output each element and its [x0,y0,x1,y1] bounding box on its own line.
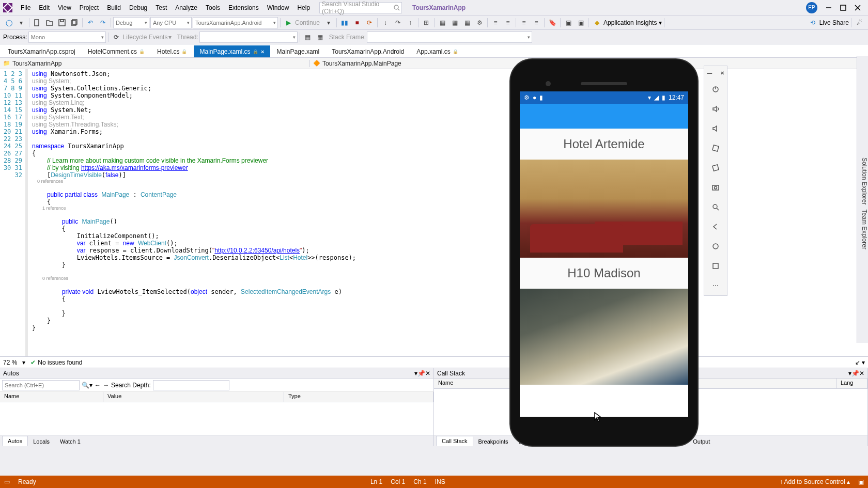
pin-icon[interactable]: 🔒 [139,49,145,54]
process-combo[interactable]: Mono [28,32,106,43]
cs-col-lang[interactable]: Lang [836,379,867,388]
config-combo[interactable]: Debug [113,17,149,28]
emu-home-icon[interactable] [709,240,722,253]
code-editor[interactable]: using Newtonsoft.Json; using System; usi… [26,69,868,356]
autos-pin-icon[interactable]: 📌 [417,370,425,377]
cs-close-icon[interactable]: ✕ [859,370,864,377]
feedback-button[interactable]: ☄ [854,17,865,28]
menu-edit[interactable]: Edit [35,2,54,13]
toolbox-button[interactable]: ⊞ [421,17,432,28]
emulator-screen[interactable]: ⚙ ● ▮ ▾ ◢ ▮ 12:47 Hotel Artemide H10 Mad… [520,91,688,417]
diag1-button[interactable]: ▦ [437,17,448,28]
project-combo[interactable]: 📁 ToursXamarinApp [0,60,310,67]
autos-col-value[interactable]: Value [103,392,284,402]
th1-button[interactable]: ▦ [302,32,314,43]
autos-close-icon[interactable]: ✕ [425,370,430,377]
volume-down-icon[interactable] [709,122,722,135]
more-icon[interactable]: ⋯ [709,279,722,292]
nav-fwd-button[interactable]: ▾ [16,17,27,28]
search-depth-input[interactable] [153,380,229,390]
hotel-image-2[interactable] [520,289,688,385]
autos-nav-fwd-icon[interactable]: → [103,382,109,389]
save-all-button[interactable] [69,17,80,28]
minimize-button[interactable] [822,2,836,14]
search-input[interactable]: Search Visual Studio (Ctrl+Q) [319,2,402,13]
lifecycle-label[interactable]: Lifecycle Events [123,34,168,41]
step-into-button[interactable]: ↓ [380,17,391,28]
tab-android[interactable]: ToursXamarinApp.Android [326,45,410,57]
hotel-name-1[interactable]: Hotel Artemide [520,129,688,160]
liveshare-icon[interactable]: ⟲ [807,17,818,28]
pin-icon[interactable]: 🔒 [253,49,258,54]
solution-explorer-tab[interactable]: Solution Explorer [861,158,868,204]
comment-button[interactable]: ≡ [518,17,530,28]
emu-minimize-icon[interactable]: — [707,70,712,76]
pin-icon[interactable]: 🔒 [453,49,458,54]
tab-mainpage-cs[interactable]: MainPage.xaml.cs🔒✕ [194,45,270,57]
th2-button[interactable]: ▦ [315,32,326,43]
screenshot-icon[interactable] [709,181,722,194]
callstack-tab[interactable]: Call Stack [436,436,473,446]
error-nav-icon[interactable]: ↙ ▾ [855,359,865,366]
platform-combo[interactable]: Any CPU [150,17,192,28]
lifecycle-icon[interactable]: ⟳ [111,32,122,43]
hotel-image-1[interactable] [520,160,688,258]
diag3-button[interactable]: ▦ [461,17,473,28]
menu-build[interactable]: Build [103,2,125,13]
continue-drop[interactable]: ▾ [323,17,334,28]
emu-back-icon[interactable] [709,220,722,233]
tab-hotelcomment[interactable]: HotelComment.cs🔒 [82,45,150,57]
menu-project[interactable]: Project [75,2,103,13]
indent-more-button[interactable]: ≡ [502,17,514,28]
menu-window[interactable]: Window [263,2,293,13]
menu-file[interactable]: File [17,2,35,13]
undo-button[interactable]: ↶ [85,17,96,28]
autos-tab[interactable]: Autos [2,436,28,446]
stackframe-combo[interactable] [367,32,532,43]
thread-combo[interactable] [199,32,298,43]
diag4-button[interactable]: ⚙ [474,17,485,28]
startup-combo[interactable]: ToursXamarinApp.Android [193,17,278,28]
rotate-right-icon[interactable] [709,161,722,175]
autos-search-icon[interactable]: 🔍▾ [82,382,92,389]
locals-tab[interactable]: Locals [28,437,55,446]
issues-status[interactable]: No issues found [30,359,82,366]
tab-mainpage-xaml[interactable]: MainPage.xaml [271,45,326,57]
source-control-button[interactable]: ↑ Add to Source Control ▴ [780,478,850,485]
emu-close-icon[interactable]: ✕ [720,70,724,76]
right-rail[interactable]: Solution Explorer Team Explorer [857,56,868,343]
menu-help[interactable]: Help [293,2,314,13]
tab-app-xaml[interactable]: App.xaml.cs🔒 [411,45,463,57]
step-over-button[interactable]: ↷ [392,17,404,28]
autos-col-type[interactable]: Type [284,392,433,402]
indent-less-button[interactable]: ≡ [490,17,501,28]
insights-icon[interactable]: ◆ [591,17,602,28]
autos-search-input[interactable] [2,380,80,390]
open-button[interactable] [44,17,55,28]
pause-button[interactable]: ▮▮ [339,17,350,28]
redo-button[interactable]: ↷ [97,17,109,28]
new-file-button[interactable] [32,17,43,28]
maximize-button[interactable] [836,2,850,14]
zoom-icon[interactable] [709,200,722,214]
power-icon[interactable] [709,83,722,96]
liveshare-label[interactable]: Live Share [819,19,849,26]
nav-back-button[interactable]: ◯ [3,17,14,28]
rotate-left-icon[interactable] [709,141,722,155]
emu-overview-icon[interactable] [709,259,722,273]
autos-col-name[interactable]: Name [0,392,103,402]
breakpoints-tab[interactable]: Breakpoints [473,437,514,446]
step-out-button[interactable]: ↑ [405,17,416,28]
restart-button[interactable]: ⟳ [364,17,375,28]
continue-button[interactable]: ▶ [283,17,294,28]
stop-button[interactable]: ■ [351,17,363,28]
user-avatar[interactable]: EP [806,2,817,13]
autos-nav-back-icon[interactable]: ← [95,382,101,389]
cs-pin-icon[interactable]: 📌 [851,370,859,377]
watch1-tab[interactable]: Watch 1 [55,437,86,446]
tab-csproj[interactable]: ToursXamarinApp.csproj [2,45,81,57]
ext1-button[interactable]: ▣ [563,17,574,28]
notifications-icon[interactable]: ▣ [858,478,864,485]
hotel-name-2[interactable]: H10 Madison [520,258,688,289]
menu-debug[interactable]: Debug [125,2,151,13]
